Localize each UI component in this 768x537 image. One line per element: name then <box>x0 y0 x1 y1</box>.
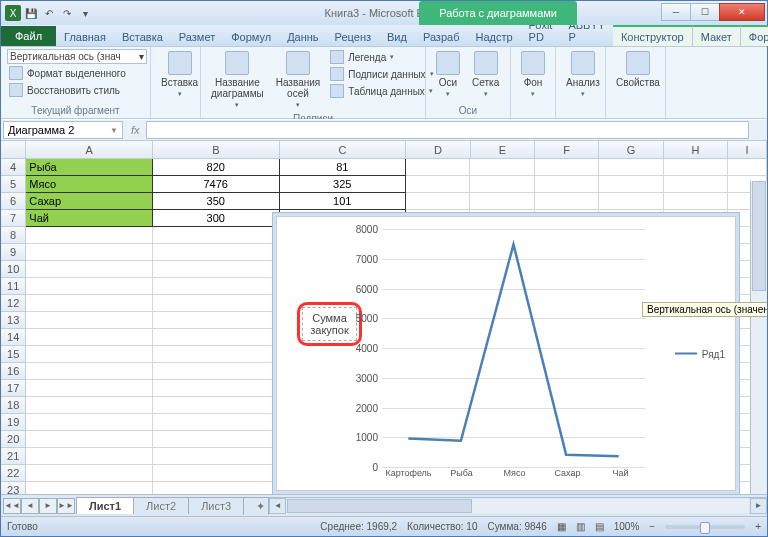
cell[interactable] <box>153 363 280 380</box>
tab-addins[interactable]: Надстр <box>467 27 520 46</box>
cell[interactable] <box>26 414 153 431</box>
column-header[interactable]: F <box>535 141 599 158</box>
maximize-button[interactable]: ☐ <box>690 3 720 21</box>
cell[interactable] <box>153 261 280 278</box>
tab-file[interactable]: Файл <box>1 26 56 46</box>
row-header[interactable]: 18 <box>1 397 26 414</box>
analysis-button[interactable]: Анализ <box>562 49 604 100</box>
cell[interactable]: Мясо <box>26 176 153 193</box>
cell[interactable] <box>406 193 470 210</box>
row-header[interactable]: 22 <box>1 465 26 482</box>
axis-titles-button[interactable]: Названия осей <box>272 49 325 111</box>
column-header[interactable]: A <box>26 141 153 158</box>
row-header[interactable]: 21 <box>1 448 26 465</box>
cell[interactable] <box>26 363 153 380</box>
tab-view[interactable]: Вид <box>379 27 415 46</box>
cell[interactable] <box>470 159 534 176</box>
cell[interactable] <box>535 193 599 210</box>
zoom-in-button[interactable]: + <box>755 521 761 532</box>
cell[interactable]: 81 <box>280 159 407 176</box>
cell[interactable] <box>153 397 280 414</box>
embedded-chart[interactable]: Сумма закупок 01000200030004000500060007… <box>276 216 736 491</box>
gridlines-button[interactable]: Сетка <box>468 49 503 100</box>
row-header[interactable]: 10 <box>1 261 26 278</box>
row-header[interactable]: 7 <box>1 210 26 227</box>
sheet-tab[interactable]: Лист1 <box>76 497 134 514</box>
row-header[interactable]: 14 <box>1 329 26 346</box>
tab-review[interactable]: Реценз <box>327 27 379 46</box>
cell[interactable] <box>599 159 663 176</box>
background-button[interactable]: Фон <box>517 49 549 100</box>
cell[interactable]: Сахар <box>26 193 153 210</box>
row-header[interactable]: 19 <box>1 414 26 431</box>
view-pagebreak-icon[interactable]: ▤ <box>595 521 604 532</box>
selection-dropdown[interactable]: Вертикальная ось (знач▾ <box>7 49 147 64</box>
row-header[interactable]: 6 <box>1 193 26 210</box>
legend-button[interactable]: Легенда <box>328 49 435 65</box>
column-header[interactable]: I <box>728 141 767 158</box>
row-header[interactable]: 4 <box>1 159 26 176</box>
row-header[interactable]: 17 <box>1 380 26 397</box>
chart-title-button[interactable]: Название диаграммы <box>207 49 268 111</box>
cell[interactable] <box>153 465 280 482</box>
cell[interactable] <box>26 312 153 329</box>
sheet-tab[interactable]: Лист2 <box>133 497 189 514</box>
cell[interactable] <box>470 176 534 193</box>
axes-button[interactable]: Оси <box>432 49 464 100</box>
tab-chart-layout[interactable]: Макет <box>692 25 741 46</box>
cell[interactable] <box>153 278 280 295</box>
cell[interactable] <box>153 431 280 448</box>
cell[interactable] <box>26 465 153 482</box>
cell[interactable] <box>153 295 280 312</box>
insert-button[interactable]: Вставка <box>157 49 202 100</box>
undo-icon[interactable]: ↶ <box>41 5 57 21</box>
cell[interactable] <box>664 193 728 210</box>
tab-insert[interactable]: Вставка <box>114 27 171 46</box>
column-header[interactable]: G <box>599 141 663 158</box>
row-header[interactable]: 23 <box>1 482 26 494</box>
name-box[interactable]: Диаграмма 2▼ <box>3 121 123 139</box>
cell[interactable] <box>26 227 153 244</box>
cell[interactable] <box>535 159 599 176</box>
view-layout-icon[interactable]: ▥ <box>576 521 585 532</box>
row-header[interactable]: 9 <box>1 244 26 261</box>
row-header[interactable]: 16 <box>1 363 26 380</box>
new-sheet-button[interactable]: ✦ <box>243 497 269 515</box>
cell[interactable] <box>26 431 153 448</box>
qat-more-icon[interactable]: ▾ <box>77 5 93 21</box>
formula-bar[interactable] <box>146 121 749 139</box>
close-button[interactable]: ✕ <box>719 3 765 21</box>
tab-format[interactable]: Формат <box>741 25 768 46</box>
cell[interactable] <box>153 329 280 346</box>
column-header[interactable]: D <box>406 141 470 158</box>
tab-data[interactable]: Даннь <box>279 27 326 46</box>
cell[interactable] <box>470 193 534 210</box>
cell[interactable] <box>406 159 470 176</box>
cell[interactable]: Чай <box>26 210 153 227</box>
tab-developer[interactable]: Разраб <box>415 27 468 46</box>
row-header[interactable]: 5 <box>1 176 26 193</box>
column-header[interactable]: H <box>664 141 728 158</box>
cell[interactable] <box>26 295 153 312</box>
cell[interactable]: 820 <box>153 159 280 176</box>
zoom-slider[interactable] <box>665 525 745 529</box>
worksheet-grid[interactable]: ABCDEFGHI 4Рыба820815Мясо74763256Сахар35… <box>1 141 767 494</box>
zoom-level[interactable]: 100% <box>614 521 640 532</box>
row-header[interactable]: 11 <box>1 278 26 295</box>
format-selection-button[interactable]: Формат выделенного <box>7 65 128 81</box>
cell[interactable] <box>153 312 280 329</box>
cell[interactable] <box>153 448 280 465</box>
cell[interactable] <box>26 244 153 261</box>
cell[interactable] <box>153 227 280 244</box>
chart-legend[interactable]: Ряд1 <box>675 348 725 359</box>
cell[interactable] <box>599 176 663 193</box>
cell[interactable]: 300 <box>153 210 280 227</box>
tab-home[interactable]: Главная <box>56 27 114 46</box>
cell[interactable]: Рыба <box>26 159 153 176</box>
fx-icon[interactable]: fx <box>125 124 146 136</box>
sheet-tab[interactable]: Лист3 <box>188 497 244 514</box>
sheet-nav[interactable]: ◄◄◄►►► <box>1 498 77 514</box>
row-header[interactable]: 20 <box>1 431 26 448</box>
vertical-scrollbar[interactable] <box>750 181 767 494</box>
cell[interactable] <box>153 346 280 363</box>
